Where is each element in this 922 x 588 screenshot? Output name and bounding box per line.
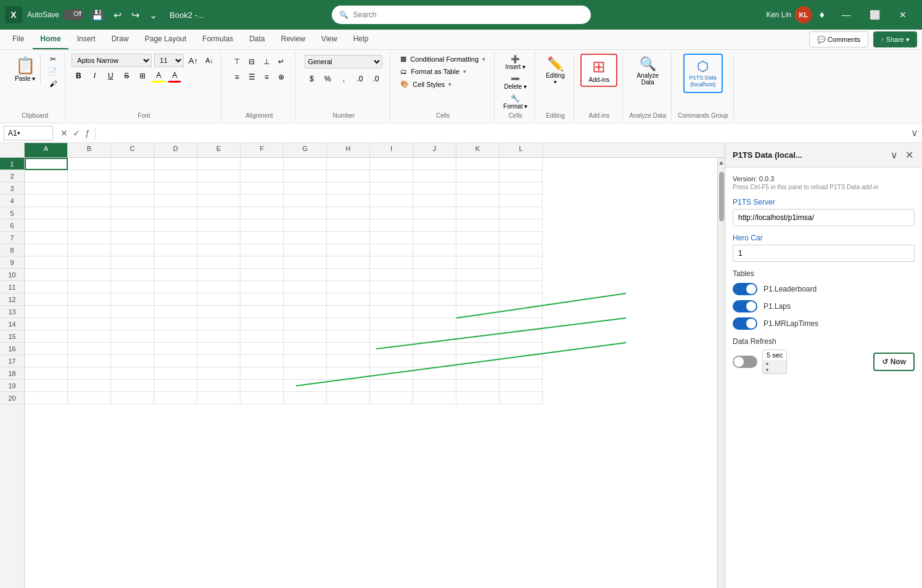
list-item[interactable]	[327, 355, 370, 367]
list-item[interactable]	[370, 306, 413, 318]
list-item[interactable]	[284, 330, 327, 343]
list-item[interactable]	[370, 355, 413, 367]
panel-collapse-button[interactable]: ∨	[889, 148, 899, 162]
row-header-11[interactable]: 11	[0, 281, 24, 293]
confirm-formula-icon[interactable]: ✓	[72, 127, 81, 139]
list-item[interactable]	[68, 170, 111, 182]
list-item[interactable]	[370, 318, 413, 330]
row-header-1[interactable]: 1	[0, 158, 24, 170]
list-item[interactable]	[154, 355, 197, 367]
tab-draw[interactable]: Draw	[104, 30, 136, 49]
list-item[interactable]	[197, 293, 241, 306]
list-item[interactable]	[456, 182, 500, 195]
vertical-scrollbar[interactable]: ▲ ▼	[717, 158, 725, 588]
decrease-font-button[interactable]: A↓	[202, 54, 216, 67]
list-item[interactable]	[500, 244, 543, 256]
list-item[interactable]	[68, 158, 111, 170]
list-item[interactable]	[370, 244, 413, 256]
minimize-button[interactable]: —	[832, 5, 860, 25]
list-item[interactable]	[500, 343, 543, 355]
list-item[interactable]	[241, 219, 284, 232]
list-item[interactable]	[413, 256, 456, 269]
list-item[interactable]	[370, 195, 413, 207]
list-item[interactable]	[154, 281, 197, 293]
list-item[interactable]	[111, 207, 154, 219]
list-item[interactable]	[370, 380, 413, 392]
list-item[interactable]	[241, 256, 284, 269]
list-item[interactable]	[111, 244, 154, 256]
close-button[interactable]: ✕	[889, 5, 917, 25]
list-item[interactable]	[241, 244, 284, 256]
format-painter-button[interactable]: 🖌	[46, 78, 60, 89]
list-item[interactable]	[456, 219, 500, 232]
list-item[interactable]	[370, 256, 413, 269]
add-ins-button[interactable]: ⊞ Add-ins	[580, 54, 617, 87]
list-item[interactable]	[241, 158, 284, 170]
list-item[interactable]	[197, 269, 241, 281]
row-header-9[interactable]: 9	[0, 256, 24, 269]
font-size-select[interactable]: 11	[154, 54, 184, 67]
list-item[interactable]	[500, 182, 543, 195]
list-item[interactable]	[241, 170, 284, 182]
list-item[interactable]	[197, 355, 241, 367]
tab-insert[interactable]: Insert	[70, 30, 103, 49]
increase-decimal-button[interactable]: .0	[353, 72, 366, 86]
list-item[interactable]	[197, 207, 241, 219]
col-header-f[interactable]: F	[241, 143, 284, 157]
col-header-a[interactable]: A	[25, 143, 68, 157]
list-item[interactable]	[241, 281, 284, 293]
list-item[interactable]	[327, 380, 370, 392]
list-item[interactable]	[25, 281, 68, 293]
paste-button[interactable]: 📋 Paste ▾	[10, 54, 41, 84]
row-header-4[interactable]: 4	[0, 195, 24, 207]
list-item[interactable]	[25, 355, 68, 367]
list-item[interactable]	[25, 170, 68, 182]
font-color-button[interactable]: A	[168, 69, 181, 83]
row-header-3[interactable]: 3	[0, 182, 24, 195]
col-header-b[interactable]: B	[68, 143, 111, 157]
list-item[interactable]	[197, 281, 241, 293]
list-item[interactable]	[241, 269, 284, 281]
insert-function-icon[interactable]: ƒ	[84, 127, 91, 139]
list-item[interactable]	[25, 269, 68, 281]
list-item[interactable]	[327, 232, 370, 244]
list-item[interactable]	[456, 207, 500, 219]
comments-button[interactable]: 💬 Comments	[809, 31, 868, 47]
cancel-formula-icon[interactable]: ✕	[59, 127, 69, 139]
list-item[interactable]	[327, 170, 370, 182]
list-item[interactable]	[197, 219, 241, 232]
list-item[interactable]	[284, 367, 327, 380]
list-item[interactable]	[111, 330, 154, 343]
row-header-10[interactable]: 10	[0, 269, 24, 281]
list-item[interactable]	[25, 207, 68, 219]
list-item[interactable]	[154, 170, 197, 182]
list-item[interactable]	[284, 195, 327, 207]
list-item[interactable]	[413, 207, 456, 219]
list-item[interactable]	[500, 269, 543, 281]
list-item[interactable]	[370, 343, 413, 355]
row-header-19[interactable]: 19	[0, 380, 24, 392]
list-item[interactable]	[456, 318, 500, 330]
italic-button[interactable]: I	[88, 69, 101, 83]
list-item[interactable]	[111, 306, 154, 318]
list-item[interactable]	[456, 244, 500, 256]
list-item[interactable]	[68, 367, 111, 380]
cell-styles-button[interactable]: 🎨 Cell Styles ▾	[397, 79, 489, 89]
list-item[interactable]	[370, 330, 413, 343]
customize-icon[interactable]: ⌄	[147, 7, 160, 23]
list-item[interactable]	[284, 182, 327, 195]
list-item[interactable]	[327, 195, 370, 207]
list-item[interactable]	[456, 306, 500, 318]
list-item[interactable]	[197, 244, 241, 256]
align-middle-button[interactable]: ⊟	[245, 55, 258, 68]
list-item[interactable]	[68, 380, 111, 392]
list-item[interactable]	[413, 392, 456, 404]
row-header-18[interactable]: 18	[0, 367, 24, 380]
list-item[interactable]	[111, 380, 154, 392]
list-item[interactable]	[456, 256, 500, 269]
search-box[interactable]: 🔍	[332, 6, 591, 24]
list-item[interactable]	[327, 293, 370, 306]
list-item[interactable]	[500, 306, 543, 318]
list-item[interactable]	[111, 195, 154, 207]
list-item[interactable]	[327, 158, 370, 170]
